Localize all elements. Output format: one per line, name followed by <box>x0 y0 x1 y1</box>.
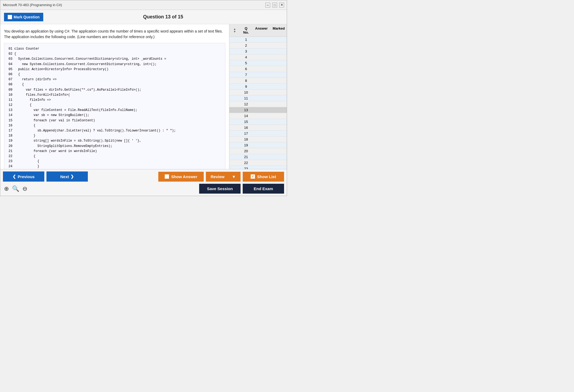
row-number: 19 <box>240 143 252 148</box>
table-row[interactable]: 3 <box>229 49 287 54</box>
previous-button[interactable]: Previous <box>3 171 44 182</box>
row-spacer <box>229 127 240 128</box>
row-number: 20 <box>240 149 252 154</box>
review-button[interactable]: Review ▼ <box>206 172 241 182</box>
zoom-in-button[interactable]: ⊕ <box>3 185 10 193</box>
row-answer <box>252 139 271 140</box>
table-row[interactable]: 6 <box>229 66 287 72</box>
row-marked <box>271 157 287 158</box>
row-number: 12 <box>240 102 252 107</box>
table-row[interactable]: 12 <box>229 101 287 107</box>
show-answer-button[interactable]: Show Answer <box>158 172 204 182</box>
table-row[interactable]: 19 <box>229 142 287 148</box>
sidebar: ▲ ▼ Q No. Answer Marked 1 2 3 <box>229 24 287 169</box>
row-number: 6 <box>240 66 252 71</box>
previous-label: Previous <box>18 174 34 179</box>
sidebar-header: ▲ ▼ Q No. Answer Marked <box>229 24 287 37</box>
table-row[interactable]: 10 <box>229 90 287 95</box>
row-marked <box>271 39 287 40</box>
row-answer <box>252 74 271 75</box>
chevron-left-icon <box>13 174 16 179</box>
row-number: 11 <box>240 96 252 101</box>
row-number: 13 <box>240 107 252 113</box>
mark-question-button[interactable]: Mark Question <box>4 13 43 21</box>
window-controls: ─ □ ✕ <box>265 3 284 7</box>
title-bar: Microsoft 70-483 (Programming in C#) ─ □… <box>0 0 287 10</box>
question-title: Question 13 of 15 <box>43 14 283 20</box>
minimize-button[interactable]: ─ <box>265 3 270 7</box>
table-row[interactable]: 13 <box>229 107 287 113</box>
row-answer <box>252 104 271 105</box>
row-marked <box>271 98 287 99</box>
row-answer <box>252 98 271 99</box>
row-number: 14 <box>240 113 252 118</box>
table-row[interactable]: 14 <box>229 113 287 119</box>
zoom-out-button[interactable]: ⊖ <box>21 185 28 193</box>
table-row[interactable]: 21 <box>229 154 287 160</box>
bottom-bar: Previous Next Show Answer Review ▼ Show … <box>0 169 287 196</box>
table-row[interactable]: 15 <box>229 119 287 125</box>
sidebar-list[interactable]: 1 2 3 4 5 6 <box>229 37 287 169</box>
row-answer <box>252 39 271 40</box>
mark-question-label: Mark Question <box>14 15 40 19</box>
main-content: You develop an application by using C#. … <box>0 24 287 169</box>
row-answer <box>252 115 271 117</box>
row-answer <box>252 121 271 122</box>
nav-buttons-row: Previous Next Show Answer Review ▼ Show … <box>0 169 287 184</box>
arrow-down-icon: ▼ <box>233 30 236 33</box>
table-row[interactable]: 7 <box>229 72 287 78</box>
table-row[interactable]: 23 <box>229 166 287 169</box>
review-dropdown-icon: ▼ <box>232 174 236 179</box>
table-row[interactable]: 16 <box>229 125 287 131</box>
code-block: 01 class Counter 02 { 03 System.Collecti… <box>4 43 225 169</box>
table-row[interactable]: 20 <box>229 148 287 154</box>
row-marked <box>271 151 287 152</box>
row-spacer <box>229 57 240 58</box>
table-row[interactable]: 11 <box>229 95 287 101</box>
next-button[interactable]: Next <box>46 171 88 182</box>
row-answer <box>252 145 271 146</box>
row-number: 10 <box>240 90 252 95</box>
show-list-button[interactable]: Show List <box>243 172 284 182</box>
show-answer-checkbox-icon <box>165 174 169 179</box>
table-row[interactable]: 2 <box>229 43 287 49</box>
row-number: 21 <box>240 154 252 159</box>
row-marked <box>271 69 287 70</box>
close-button[interactable]: ✕ <box>279 3 284 7</box>
table-row[interactable]: 22 <box>229 160 287 166</box>
row-answer <box>252 127 271 128</box>
row-answer <box>252 86 271 87</box>
header-q-no: Q No. <box>240 25 252 35</box>
action-buttons: Save Session End Exam <box>199 184 284 194</box>
row-number: 17 <box>240 131 252 136</box>
window-title: Microsoft 70-483 (Programming in C#) <box>3 3 62 7</box>
row-spacer <box>229 151 240 152</box>
header-answer: Answer <box>252 25 271 35</box>
table-row[interactable]: 4 <box>229 54 287 60</box>
zoom-controls: ⊕ 🔍 ⊖ <box>3 185 28 193</box>
show-answer-label: Show Answer <box>171 174 197 179</box>
show-list-checkbox-icon <box>251 174 255 179</box>
mark-checkbox-icon <box>8 15 12 19</box>
row-marked <box>271 80 287 81</box>
row-spacer <box>229 98 240 99</box>
maximize-button[interactable]: □ <box>272 3 277 7</box>
row-spacer <box>229 69 240 70</box>
row-number: 2 <box>240 43 252 48</box>
table-row[interactable]: 9 <box>229 84 287 90</box>
row-marked <box>271 63 287 64</box>
table-row[interactable]: 17 <box>229 131 287 137</box>
row-number: 15 <box>240 119 252 124</box>
table-row[interactable]: 8 <box>229 78 287 84</box>
header-marked: Marked <box>271 25 287 35</box>
row-number: 7 <box>240 72 252 77</box>
row-number: 23 <box>240 166 252 169</box>
table-row[interactable]: 18 <box>229 137 287 142</box>
save-session-button[interactable]: Save Session <box>199 184 241 194</box>
row-number: 4 <box>240 55 252 60</box>
row-spacer <box>229 92 240 93</box>
zoom-reset-button[interactable]: 🔍 <box>11 185 20 193</box>
table-row[interactable]: 1 <box>229 37 287 43</box>
end-exam-button[interactable]: End Exam <box>243 184 284 194</box>
table-row[interactable]: 5 <box>229 60 287 66</box>
